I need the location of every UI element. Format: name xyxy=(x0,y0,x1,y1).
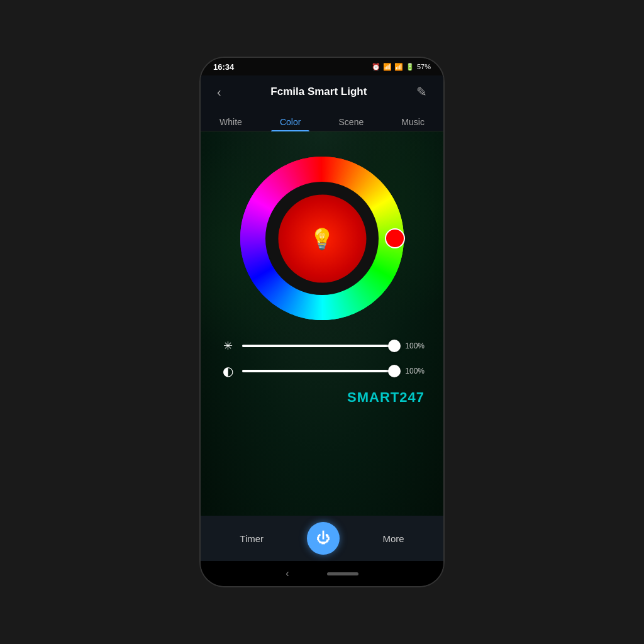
status-time: 16:34 xyxy=(213,62,234,72)
saturation-icon: ◐ xyxy=(219,363,236,379)
brightness-icon: ✳ xyxy=(219,338,236,354)
header: ‹ Fcmila Smart Light ✎ xyxy=(201,75,443,108)
battery-percent: 57% xyxy=(417,63,431,70)
color-selector-dot[interactable] xyxy=(385,228,405,248)
watermark: SMART247 xyxy=(213,389,431,406)
saturation-value: 100% xyxy=(402,367,425,375)
tab-white[interactable]: White xyxy=(211,113,251,131)
more-button[interactable]: More xyxy=(372,528,414,549)
brightness-thumb[interactable] xyxy=(388,340,401,352)
edit-button[interactable]: ✎ xyxy=(411,82,432,102)
tab-color[interactable]: Color xyxy=(271,113,309,131)
power-button[interactable]: ⏻ xyxy=(307,522,340,555)
sun-icon: ✳ xyxy=(223,339,233,353)
saturation-thumb[interactable] xyxy=(388,365,401,377)
saturation-slider-row: ◐ 100% xyxy=(219,363,425,379)
bulb-icon: 💡 xyxy=(309,226,335,250)
saturation-track[interactable] xyxy=(242,370,396,372)
alarm-icon: ⏰ xyxy=(372,63,380,71)
phone-frame: 16:34 ⏰ 📶 📶 🔋 57% ‹ Fcmila Smart Light ✎… xyxy=(199,57,445,587)
color-wheel-container[interactable]: 💡 xyxy=(234,150,410,326)
power-icon: ⏻ xyxy=(316,530,330,547)
wifi-icon: 📶 xyxy=(383,63,392,71)
brightness-fill xyxy=(242,345,396,347)
brightness-value: 100% xyxy=(402,341,425,350)
tab-music[interactable]: Music xyxy=(392,113,433,131)
timer-button[interactable]: Timer xyxy=(230,528,274,549)
nav-back-icon[interactable]: ‹ xyxy=(286,568,289,579)
brightness-track[interactable] xyxy=(242,345,396,347)
status-bar: 16:34 ⏰ 📶 📶 🔋 57% xyxy=(201,58,443,75)
bottom-bar: Timer ⏻ More xyxy=(201,516,443,561)
nav-bar: ‹ xyxy=(201,561,443,586)
sliders-section: ✳ 100% ◐ xyxy=(213,333,431,384)
wheel-center-circle: 💡 xyxy=(278,194,366,282)
main-area: 💡 ✳ xyxy=(201,131,443,516)
battery-icon: 🔋 xyxy=(406,63,414,71)
page-title: Fcmila Smart Light xyxy=(270,86,367,98)
nav-home-pill[interactable] xyxy=(327,572,358,575)
back-button[interactable]: ‹ xyxy=(212,82,226,102)
contrast-icon: ◐ xyxy=(223,364,233,379)
content-scroll: 💡 ✳ xyxy=(201,131,443,412)
status-icons: ⏰ 📶 📶 🔋 57% xyxy=(372,63,431,71)
signal-icon: 📶 xyxy=(394,63,403,71)
tab-scene[interactable]: Scene xyxy=(330,113,373,131)
app-content: ‹ Fcmila Smart Light ✎ White Color Scene… xyxy=(201,75,443,586)
brightness-slider-row: ✳ 100% xyxy=(219,338,425,354)
tabs-bar: White Color Scene Music xyxy=(201,108,443,131)
saturation-fill xyxy=(242,370,396,372)
wheel-inner-ring: 💡 xyxy=(267,184,377,294)
